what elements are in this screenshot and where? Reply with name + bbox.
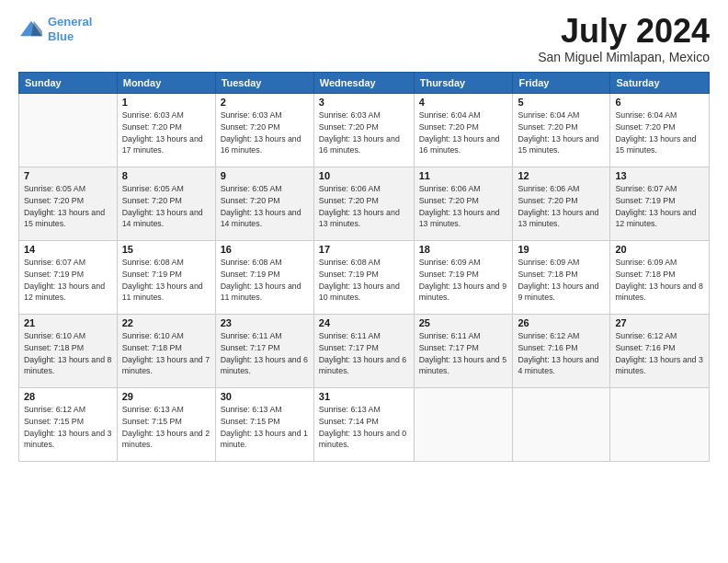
- day-info: Sunrise: 6:06 AMSunset: 7:20 PMDaylight:…: [518, 183, 605, 230]
- header-monday: Monday: [117, 73, 215, 94]
- day-info: Sunrise: 6:11 AMSunset: 7:17 PMDaylight:…: [319, 330, 409, 377]
- calendar-day-cell: [610, 388, 710, 462]
- day-number: 4: [419, 97, 508, 108]
- day-info: Sunrise: 6:10 AMSunset: 7:18 PMDaylight:…: [122, 330, 210, 377]
- day-number: 10: [319, 170, 409, 181]
- day-info: Sunrise: 6:10 AMSunset: 7:18 PMDaylight:…: [24, 330, 112, 377]
- day-info: Sunrise: 6:09 AMSunset: 7:19 PMDaylight:…: [419, 257, 508, 304]
- calendar-day-cell: 24 Sunrise: 6:11 AMSunset: 7:17 PMDaylig…: [313, 315, 414, 388]
- day-number: 14: [24, 244, 112, 255]
- day-info: Sunrise: 6:05 AMSunset: 7:20 PMDaylight:…: [24, 183, 112, 230]
- day-info: Sunrise: 6:05 AMSunset: 7:20 PMDaylight:…: [122, 183, 210, 230]
- calendar-day-cell: 10 Sunrise: 6:06 AMSunset: 7:20 PMDaylig…: [313, 167, 414, 241]
- day-number: 21: [24, 317, 112, 328]
- calendar-day-cell: 16 Sunrise: 6:08 AMSunset: 7:19 PMDaylig…: [215, 241, 313, 315]
- day-number: 12: [518, 170, 605, 181]
- calendar-day-cell: 3 Sunrise: 6:03 AMSunset: 7:20 PMDayligh…: [313, 94, 414, 167]
- day-info: Sunrise: 6:08 AMSunset: 7:19 PMDaylight:…: [319, 257, 409, 304]
- calendar-day-cell: 11 Sunrise: 6:06 AMSunset: 7:20 PMDaylig…: [414, 167, 513, 241]
- day-info: Sunrise: 6:06 AMSunset: 7:20 PMDaylight:…: [319, 183, 409, 230]
- day-info: Sunrise: 6:08 AMSunset: 7:19 PMDaylight:…: [221, 257, 309, 304]
- calendar-day-cell: 20 Sunrise: 6:09 AMSunset: 7:18 PMDaylig…: [610, 241, 710, 315]
- day-info: Sunrise: 6:13 AMSunset: 7:15 PMDaylight:…: [221, 404, 309, 451]
- day-info: Sunrise: 6:11 AMSunset: 7:17 PMDaylight:…: [221, 330, 309, 377]
- day-number: 1: [122, 97, 210, 108]
- calendar-day-cell: [414, 388, 513, 462]
- calendar-day-cell: 12 Sunrise: 6:06 AMSunset: 7:20 PMDaylig…: [513, 167, 610, 241]
- page: General Blue July 2024 San Miguel Mimlap…: [0, 0, 728, 563]
- day-number: 27: [615, 317, 704, 328]
- calendar-week-row: 21 Sunrise: 6:10 AMSunset: 7:18 PMDaylig…: [19, 315, 710, 388]
- calendar-day-cell: 22 Sunrise: 6:10 AMSunset: 7:18 PMDaylig…: [117, 315, 215, 388]
- day-number: 24: [319, 317, 409, 328]
- calendar-day-cell: 4 Sunrise: 6:04 AMSunset: 7:20 PMDayligh…: [414, 94, 513, 167]
- calendar-day-cell: 21 Sunrise: 6:10 AMSunset: 7:18 PMDaylig…: [19, 315, 118, 388]
- calendar-day-cell: 17 Sunrise: 6:08 AMSunset: 7:19 PMDaylig…: [313, 241, 414, 315]
- day-info: Sunrise: 6:09 AMSunset: 7:18 PMDaylight:…: [518, 257, 605, 304]
- location: San Miguel Mimlapan, Mexico: [538, 50, 710, 64]
- header-tuesday: Tuesday: [215, 73, 313, 94]
- day-number: 6: [615, 97, 704, 108]
- day-number: 30: [221, 391, 309, 402]
- calendar-day-cell: 27 Sunrise: 6:12 AMSunset: 7:16 PMDaylig…: [610, 315, 710, 388]
- day-info: Sunrise: 6:12 AMSunset: 7:16 PMDaylight:…: [615, 330, 704, 377]
- logo: General Blue: [18, 15, 92, 43]
- day-number: 13: [615, 170, 704, 181]
- day-number: 9: [221, 170, 309, 181]
- calendar-week-row: 1 Sunrise: 6:03 AMSunset: 7:20 PMDayligh…: [19, 94, 710, 167]
- day-info: Sunrise: 6:04 AMSunset: 7:20 PMDaylight:…: [615, 109, 704, 156]
- calendar-day-cell: 9 Sunrise: 6:05 AMSunset: 7:20 PMDayligh…: [215, 167, 313, 241]
- day-info: Sunrise: 6:09 AMSunset: 7:18 PMDaylight:…: [615, 257, 704, 304]
- calendar-day-cell: 25 Sunrise: 6:11 AMSunset: 7:17 PMDaylig…: [414, 315, 513, 388]
- calendar-week-row: 28 Sunrise: 6:12 AMSunset: 7:15 PMDaylig…: [19, 388, 710, 462]
- day-info: Sunrise: 6:08 AMSunset: 7:19 PMDaylight:…: [122, 257, 210, 304]
- day-info: Sunrise: 6:13 AMSunset: 7:14 PMDaylight:…: [319, 404, 409, 451]
- calendar-day-cell: 1 Sunrise: 6:03 AMSunset: 7:20 PMDayligh…: [117, 94, 215, 167]
- day-info: Sunrise: 6:03 AMSunset: 7:20 PMDaylight:…: [122, 109, 210, 156]
- day-number: 20: [615, 244, 704, 255]
- calendar-day-cell: 8 Sunrise: 6:05 AMSunset: 7:20 PMDayligh…: [117, 167, 215, 241]
- calendar-day-cell: 23 Sunrise: 6:11 AMSunset: 7:17 PMDaylig…: [215, 315, 313, 388]
- calendar-day-cell: 30 Sunrise: 6:13 AMSunset: 7:15 PMDaylig…: [215, 388, 313, 462]
- calendar-header-row: Sunday Monday Tuesday Wednesday Thursday…: [19, 73, 710, 94]
- day-info: Sunrise: 6:03 AMSunset: 7:20 PMDaylight:…: [319, 109, 409, 156]
- day-info: Sunrise: 6:05 AMSunset: 7:20 PMDaylight:…: [221, 183, 309, 230]
- day-info: Sunrise: 6:03 AMSunset: 7:20 PMDaylight:…: [221, 109, 309, 156]
- calendar-day-cell: 15 Sunrise: 6:08 AMSunset: 7:19 PMDaylig…: [117, 241, 215, 315]
- day-number: 8: [122, 170, 210, 181]
- calendar-day-cell: 6 Sunrise: 6:04 AMSunset: 7:20 PMDayligh…: [610, 94, 710, 167]
- day-number: 29: [122, 391, 210, 402]
- header-friday: Friday: [513, 73, 610, 94]
- day-number: 2: [221, 97, 309, 108]
- day-number: 16: [221, 244, 309, 255]
- calendar-day-cell: 14 Sunrise: 6:07 AMSunset: 7:19 PMDaylig…: [19, 241, 118, 315]
- calendar-day-cell: 2 Sunrise: 6:03 AMSunset: 7:20 PMDayligh…: [215, 94, 313, 167]
- day-info: Sunrise: 6:12 AMSunset: 7:15 PMDaylight:…: [24, 404, 112, 451]
- calendar-table: Sunday Monday Tuesday Wednesday Thursday…: [18, 72, 710, 462]
- day-number: 19: [518, 244, 605, 255]
- month-title: July 2024: [538, 15, 710, 48]
- day-number: 23: [221, 317, 309, 328]
- calendar-day-cell: 7 Sunrise: 6:05 AMSunset: 7:20 PMDayligh…: [19, 167, 118, 241]
- day-number: 15: [122, 244, 210, 255]
- calendar-day-cell: [513, 388, 610, 462]
- day-number: 11: [419, 170, 508, 181]
- calendar-day-cell: 18 Sunrise: 6:09 AMSunset: 7:19 PMDaylig…: [414, 241, 513, 315]
- header-wednesday: Wednesday: [313, 73, 414, 94]
- header-sunday: Sunday: [19, 73, 118, 94]
- calendar-day-cell: [19, 94, 118, 167]
- calendar-week-row: 7 Sunrise: 6:05 AMSunset: 7:20 PMDayligh…: [19, 167, 710, 241]
- header-thursday: Thursday: [414, 73, 513, 94]
- title-area: July 2024 San Miguel Mimlapan, Mexico: [538, 15, 710, 64]
- day-number: 28: [24, 391, 112, 402]
- day-info: Sunrise: 6:06 AMSunset: 7:20 PMDaylight:…: [419, 183, 508, 230]
- day-number: 25: [419, 317, 508, 328]
- header: General Blue July 2024 San Miguel Mimlap…: [18, 15, 710, 64]
- header-saturday: Saturday: [610, 73, 710, 94]
- calendar-day-cell: 5 Sunrise: 6:04 AMSunset: 7:20 PMDayligh…: [513, 94, 610, 167]
- day-number: 3: [319, 97, 409, 108]
- day-number: 7: [24, 170, 112, 181]
- day-info: Sunrise: 6:04 AMSunset: 7:20 PMDaylight:…: [518, 109, 605, 156]
- day-number: 31: [319, 391, 409, 402]
- calendar-day-cell: 26 Sunrise: 6:12 AMSunset: 7:16 PMDaylig…: [513, 315, 610, 388]
